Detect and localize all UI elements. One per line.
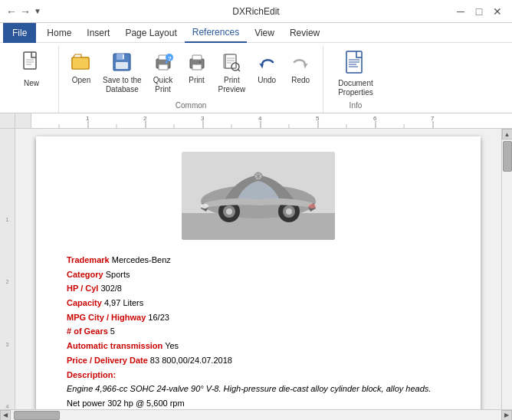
ruler-inner: 1 2 3 4 5 6 7 (31, 113, 512, 128)
close-button[interactable]: ✕ (489, 3, 506, 20)
undo-label: Undo (258, 76, 276, 85)
svg-point-66 (308, 204, 316, 208)
menu-page-layout[interactable]: Page Layout (117, 23, 184, 43)
back-icon[interactable]: ← (6, 5, 17, 18)
svg-rect-8 (116, 62, 128, 69)
redo-button[interactable]: Redo (284, 48, 317, 87)
ribbon-group-info: Document Properties Info (323, 46, 385, 113)
print-preview-label: Print Preview (218, 76, 246, 94)
quick-print-icon: ? (151, 50, 176, 74)
titlebar-controls: ─ □ ✕ (452, 3, 506, 20)
capacity-value: 4,97 Liters (102, 298, 143, 307)
save-database-button[interactable]: Save to the Database (99, 48, 146, 97)
svg-text:4: 4 (258, 115, 262, 122)
margin-mark-4: 4 (0, 402, 15, 409)
doc-properties-icon (342, 50, 369, 77)
trademark-label: Trademark (67, 255, 110, 264)
desc-line-1: Engine 4,966-cc SOHC 24-valve 90° V-8. H… (67, 384, 431, 393)
margin-mark-1: 1 (0, 215, 15, 222)
capacity-label: Capacity (67, 298, 102, 307)
svg-text:2: 2 (143, 115, 147, 122)
svg-point-65 (201, 204, 208, 208)
minimize-button[interactable]: ─ (452, 3, 469, 20)
titlebar: ← → ▼ DXRichEdit ─ □ ✕ (0, 0, 512, 23)
svg-rect-12 (159, 64, 168, 70)
scrollbar-horizontal: ◀ ▶ (0, 409, 512, 420)
hp-cyl-label: HP / Cyl (67, 284, 98, 293)
open-button[interactable]: Open (65, 48, 97, 87)
redo-icon (288, 50, 313, 74)
ribbon-group-new: New (6, 46, 59, 113)
new-button[interactable]: New (12, 48, 51, 90)
trademark-value: Mercedes-Benz (110, 255, 171, 264)
scroll-track-horizontal (11, 410, 501, 421)
gears-value: 5 (108, 326, 115, 336)
info-group-label: Info (350, 100, 363, 111)
price-value: 83 800,00/24.07.2018 (148, 356, 232, 365)
scroll-thumb-vertical[interactable] (503, 141, 512, 172)
doc-content: Trademark Mercedes-Benz Category Sports … (67, 253, 450, 409)
svg-text:7: 7 (431, 115, 435, 122)
scroll-left-button[interactable]: ◀ (0, 410, 11, 421)
print-preview-icon (219, 50, 244, 74)
left-margin-ruler: 1 2 3 4 (0, 129, 15, 409)
open-label: Open (72, 76, 90, 85)
svg-text:1: 1 (86, 115, 90, 122)
scroll-thumb-horizontal[interactable] (14, 411, 60, 420)
car-image (182, 152, 335, 240)
menu-icon[interactable]: ▼ (34, 7, 41, 15)
scroll-right-button[interactable]: ▶ (501, 410, 512, 421)
svg-point-19 (199, 61, 201, 64)
svg-rect-0 (24, 52, 36, 69)
menu-view[interactable]: View (247, 23, 282, 43)
menu-insert[interactable]: Insert (79, 23, 117, 43)
undo-icon (254, 50, 279, 74)
menu-home[interactable]: Home (39, 23, 79, 43)
margin-mark-3: 3 (0, 340, 15, 347)
svg-point-61 (226, 208, 232, 215)
svg-text:5: 5 (316, 115, 320, 122)
quick-print-button[interactable]: ? Quick Print (147, 48, 179, 97)
svg-text:6: 6 (373, 115, 377, 122)
new-label: New (24, 79, 39, 88)
svg-rect-9 (123, 54, 124, 59)
save-icon (110, 50, 134, 74)
menu-file[interactable]: File (3, 23, 36, 43)
category-label: Category (67, 270, 103, 279)
print-button[interactable]: Print (181, 48, 213, 87)
undo-button[interactable]: Undo (251, 48, 283, 87)
doc-properties-button[interactable]: Document Properties (333, 48, 379, 100)
ruler: 1 2 3 4 5 6 7 (0, 113, 512, 129)
document-page: Trademark Mercedes-Benz Category Sports … (36, 136, 481, 409)
ribbon-buttons-info: Document Properties (333, 46, 379, 100)
titlebar-left: ← → ▼ (6, 5, 41, 18)
svg-text:?: ? (168, 55, 172, 62)
maximize-button[interactable]: □ (471, 3, 487, 20)
svg-line-26 (238, 70, 241, 72)
mpg-value: 16/23 (146, 313, 169, 322)
doc-properties-label: Document Properties (338, 79, 373, 97)
doc-and-scroll: 1 2 3 4 (0, 129, 512, 409)
svg-rect-18 (192, 64, 202, 70)
gears-label: # of Gears (67, 326, 108, 336)
price-label: Price / Delivery Date (67, 356, 148, 365)
content-area: 1 2 3 4 5 6 7 (0, 113, 512, 420)
desc-line-2: Net power 302 hp @ 5,600 rpm (67, 399, 185, 408)
auto-trans-label: Automatic transmission (67, 341, 162, 350)
description-label: Description: (67, 370, 116, 379)
print-preview-button[interactable]: Print Preview (215, 48, 250, 97)
margin-mark-2: 2 (0, 277, 15, 284)
auto-trans-value: Yes (162, 341, 179, 350)
menu-review[interactable]: Review (282, 23, 327, 43)
svg-point-64 (286, 208, 292, 215)
document-scroll[interactable]: Trademark Mercedes-Benz Category Sports … (15, 129, 501, 409)
menu-references[interactable]: References (185, 23, 247, 43)
ribbon-group-common: Open Save to the Database (59, 46, 323, 113)
redo-label: Redo (291, 76, 310, 85)
ruler-corner (0, 113, 15, 129)
hp-cyl-value: 302/8 (98, 284, 122, 293)
scroll-up-button[interactable]: ▲ (502, 129, 513, 139)
svg-rect-5 (72, 57, 89, 69)
svg-rect-21 (225, 54, 236, 68)
forward-icon[interactable]: → (20, 5, 31, 18)
